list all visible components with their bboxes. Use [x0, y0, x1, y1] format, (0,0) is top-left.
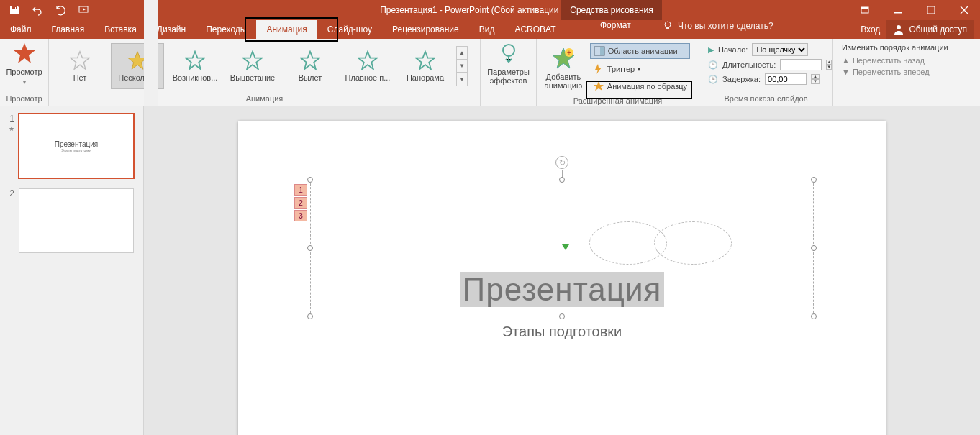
star-green-icon — [358, 50, 378, 70]
start-select[interactable]: По щелчку — [752, 43, 808, 56]
arrow-down-icon: ▼ — [842, 68, 850, 76]
minimize-button[interactable] — [882, 0, 914, 20]
play-icon: ▶ — [708, 45, 714, 55]
tab-slideshow[interactable]: Слайд-шоу — [317, 20, 382, 39]
resize-handle[interactable] — [307, 245, 313, 251]
effect-options-label: Параметры эффектов — [487, 68, 530, 85]
group-effect-options: Параметры эффектов — [481, 39, 537, 106]
motion-path-oval[interactable] — [654, 221, 732, 265]
gallery-expand[interactable]: ▾ — [457, 73, 467, 86]
tab-view[interactable]: Вид — [469, 20, 505, 39]
group-spacer — [485, 94, 532, 104]
tab-format[interactable]: Формат — [590, 20, 641, 30]
start-from-beginning-button[interactable] — [73, 1, 94, 19]
tab-insert[interactable]: Вставка — [94, 20, 147, 39]
slide[interactable]: 1 2 3 ↻ Презентация Этапы подготовки — [238, 121, 886, 435]
clock-icon: 🕒 — [708, 60, 718, 70]
undo-button[interactable] — [27, 1, 47, 19]
tab-acrobat[interactable]: ACROBAT — [504, 20, 566, 39]
delay-input[interactable] — [765, 73, 807, 85]
redo-button[interactable] — [50, 1, 71, 19]
trigger-button[interactable]: Триггер ▾ — [590, 62, 690, 76]
tab-animations[interactable]: Анимация — [256, 20, 317, 39]
gallery-scroll-up[interactable]: ▲ — [457, 47, 467, 60]
animation-painter-button[interactable]: Анимация по образцу — [590, 79, 690, 93]
resize-handle[interactable] — [559, 313, 565, 319]
contextual-tab-header: Средства рисования — [561, 0, 662, 20]
svg-marker-14 — [358, 52, 377, 70]
gallery-scroll: ▲ ▼ ▾ — [456, 46, 468, 86]
svg-point-7 — [897, 25, 901, 29]
effect-options-button[interactable]: Параметры эффектов — [485, 40, 532, 86]
resize-handle[interactable] — [307, 177, 313, 183]
star-plus-icon: + — [552, 47, 575, 70]
anim-flyin[interactable]: Вылет — [283, 43, 337, 89]
sign-in-link[interactable]: Вход — [861, 24, 880, 35]
slide-canvas-area: 1 2 3 ↻ Презентация Этапы подготовки — [144, 106, 980, 435]
gallery-scroll-down[interactable]: ▼ — [457, 60, 467, 73]
star-green-icon — [242, 50, 263, 70]
tab-file[interactable]: Файл — [0, 20, 42, 39]
thumb-slide-1-box[interactable]: Презентация Этапы подготовки — [19, 114, 134, 178]
anim-floatin[interactable]: Плавное п... — [341, 43, 394, 89]
thumb-number: 1 ★ — [4, 114, 14, 178]
anim-fade[interactable]: Выцветание — [226, 43, 279, 89]
start-label: Начало: — [718, 45, 748, 54]
duration-spinner[interactable]: ▲▼ — [826, 60, 832, 70]
resize-handle[interactable] — [811, 245, 817, 251]
anim-appear[interactable]: Возникнов... — [168, 43, 222, 89]
animation-tag-3[interactable]: 3 — [294, 210, 307, 221]
star-outline-icon — [70, 50, 90, 70]
anim-none[interactable]: Нет — [53, 43, 106, 89]
animation-tag-2[interactable]: 2 — [294, 197, 307, 209]
svg-marker-13 — [301, 52, 319, 70]
svg-marker-8 — [14, 43, 35, 63]
svg-text:+: + — [567, 49, 571, 57]
slide-title-text[interactable]: Презентация — [238, 272, 886, 308]
animation-pane-button[interactable]: Область анимации — [590, 43, 690, 59]
group-preview: Просмотр ▾ Просмотр — [0, 39, 49, 106]
thumb-slide-2-box[interactable] — [19, 188, 134, 253]
share-label: Общий доступ — [909, 24, 967, 35]
animation-tag-1[interactable]: 1 — [294, 184, 307, 196]
anim-panorama[interactable]: Панорама — [399, 43, 452, 89]
tab-review[interactable]: Рецензирование — [382, 20, 469, 39]
dropdown-arrow-icon: ▾ — [23, 79, 26, 86]
share-button[interactable]: Общий доступ — [886, 20, 974, 39]
preview-label: Просмотр — [6, 68, 42, 76]
svg-marker-11 — [186, 52, 204, 70]
slide-subtitle-text[interactable]: Этапы подготовки — [238, 324, 886, 340]
delay-spinner[interactable]: ▲▼ — [811, 74, 820, 84]
close-button[interactable] — [948, 0, 980, 20]
group-label-advanced: Расширенная анимация — [541, 96, 694, 106]
group-spacer — [838, 94, 976, 104]
slide-thumbnails-panel: 1 ★ Презентация Этапы подготовки 2 — [0, 106, 144, 435]
maximize-button[interactable] — [915, 0, 947, 20]
arrow-up-icon: ▲ — [842, 56, 850, 65]
group-advanced-animation: + Добавить анимацию Область анимации Три… — [537, 39, 699, 106]
group-label-timing: Время показа слайдов — [704, 94, 828, 104]
resize-handle[interactable] — [811, 313, 817, 319]
resize-handle[interactable] — [811, 177, 817, 183]
preview-button[interactable]: Просмотр ▾ — [4, 40, 44, 87]
ribbon-display-button[interactable] — [849, 0, 881, 20]
duration-label: Длительность: — [722, 60, 776, 69]
anim-floatin-label: Плавное п... — [345, 73, 391, 82]
resize-handle[interactable] — [559, 177, 565, 183]
svg-rect-21 — [600, 47, 604, 55]
save-button[interactable] — [4, 1, 24, 19]
tell-me-search[interactable]: Что вы хотите сделать? — [662, 20, 773, 32]
move-later-button: ▼Переместить вперед — [842, 68, 971, 76]
duration-input[interactable] — [780, 59, 822, 70]
tab-home[interactable]: Главная — [42, 20, 95, 39]
thumb-slide-2: 2 — [4, 188, 139, 253]
thumb-title: Презентация — [55, 140, 98, 148]
svg-marker-12 — [243, 52, 262, 70]
add-animation-button[interactable]: + Добавить анимацию — [541, 40, 586, 96]
resize-handle[interactable] — [307, 313, 313, 319]
group-label-animation: Анимация — [53, 94, 476, 104]
svg-marker-9 — [71, 52, 89, 70]
rotate-handle[interactable]: ↻ — [555, 156, 568, 169]
tab-transitions[interactable]: Переходы — [196, 20, 256, 39]
move-earlier-button: ▲Переместить назад — [842, 56, 971, 65]
